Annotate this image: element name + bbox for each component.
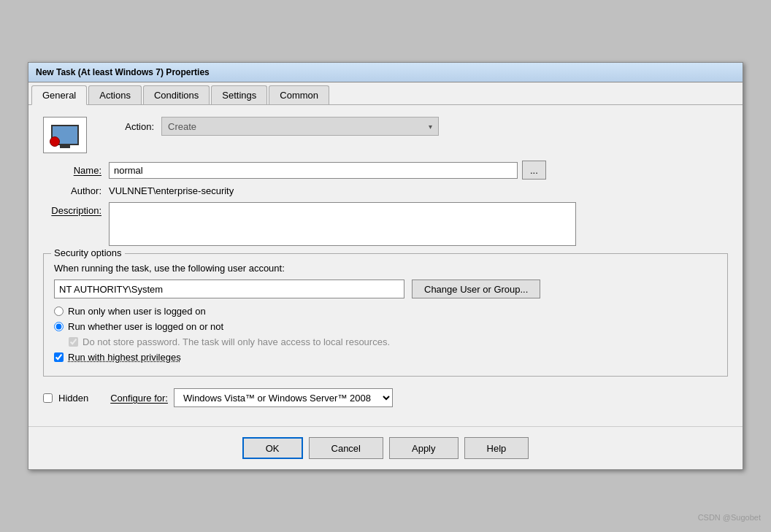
no-store-password-row: Do not store password. The task will onl… — [69, 336, 717, 347]
help-button[interactable]: Help — [464, 437, 529, 459]
user-account-input[interactable] — [54, 280, 404, 298]
description-textarea[interactable] — [109, 202, 576, 246]
radio-whether[interactable] — [54, 322, 64, 331]
description-label: Description: — [43, 202, 109, 216]
tab-bar: General Actions Conditions Settings Comm… — [28, 82, 743, 105]
tab-general[interactable]: General — [31, 85, 87, 105]
footer: OK Cancel Apply Help — [28, 426, 743, 469]
bottom-options-row: Hidden Configure for: Windows Vista™ or … — [43, 388, 728, 407]
main-window: New Task (At least Windows 7) Properties… — [28, 62, 743, 470]
action-value: Create — [168, 121, 196, 132]
radio-logged-on-label: Run only when user is logged on — [68, 306, 206, 317]
top-section: Action: Create ▾ — [43, 117, 728, 153]
radio-logged-on[interactable] — [54, 307, 64, 316]
cancel-button[interactable]: Cancel — [309, 437, 383, 459]
tab-settings[interactable]: Settings — [211, 85, 267, 104]
hidden-row: Hidden — [43, 393, 88, 404]
action-row: Action: Create ▾ — [96, 117, 728, 136]
author-label: Author: — [43, 185, 109, 196]
security-legend: Security options — [51, 247, 125, 258]
no-store-checkbox[interactable] — [69, 337, 78, 347]
configure-label: Configure for: — [110, 393, 168, 404]
radio-logged-on-row: Run only when user is logged on — [54, 306, 717, 317]
security-description: When running the task, use the following… — [54, 263, 717, 274]
run-highest-row: Run with highest privileges — [54, 352, 717, 363]
radio-whether-row: Run whether user is logged on or not — [54, 321, 717, 332]
name-input[interactable] — [109, 162, 518, 179]
name-ellipsis-button[interactable]: ... — [522, 161, 546, 180]
description-row: Description: — [43, 202, 728, 246]
no-store-label: Do not store password. The task will onl… — [83, 336, 390, 347]
security-options-group: Security options When running the task, … — [43, 253, 728, 377]
watermark: CSDN @Sugobet — [698, 513, 761, 522]
apply-button[interactable]: Apply — [389, 437, 459, 459]
configure-row: Configure for: Windows Vista™ or Windows… — [110, 388, 393, 407]
tab-content-general: Action: Create ▾ Name: ... Author: VULNN… — [28, 105, 743, 426]
run-highest-label: Run with highest privileges — [68, 352, 181, 363]
radio-whether-label: Run whether user is logged on or not — [68, 321, 223, 332]
tab-actions[interactable]: Actions — [88, 85, 142, 104]
hidden-label: Hidden — [58, 393, 88, 404]
action-dropdown[interactable]: Create ▾ — [161, 117, 439, 136]
hidden-checkbox[interactable] — [43, 393, 53, 403]
name-label: Name: — [43, 165, 109, 176]
change-user-button[interactable]: Change User or Group... — [412, 280, 540, 298]
red-circle-icon — [50, 136, 60, 147]
action-label: Action: — [96, 121, 161, 132]
dropdown-arrow-icon: ▾ — [429, 123, 432, 131]
author-value: VULNNET\enterprise-security — [109, 185, 234, 196]
ok-button[interactable]: OK — [242, 437, 303, 459]
window-title: New Task (At least Windows 7) Properties — [36, 67, 210, 77]
user-account-row: Change User or Group... — [54, 280, 717, 298]
form-section: Action: Create ▾ — [96, 117, 728, 142]
tab-conditions[interactable]: Conditions — [143, 85, 210, 104]
configure-dropdown[interactable]: Windows Vista™ or Windows Server™ 2008 W… — [174, 388, 393, 407]
name-row: Name: ... — [43, 161, 728, 180]
task-icon — [43, 117, 87, 153]
author-row: Author: VULNNET\enterprise-security — [43, 185, 728, 196]
run-highest-checkbox[interactable] — [54, 352, 64, 362]
title-bar: New Task (At least Windows 7) Properties — [28, 63, 743, 82]
tab-common[interactable]: Common — [269, 85, 329, 104]
